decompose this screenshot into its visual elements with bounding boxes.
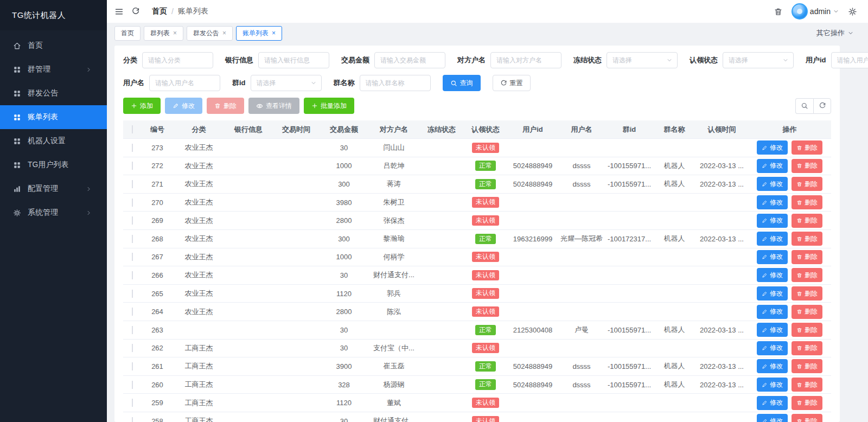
trash-icon xyxy=(796,200,802,206)
table-search-toggle-button[interactable] xyxy=(795,98,813,114)
trash-icon[interactable] xyxy=(774,7,783,16)
tab-2[interactable]: 群发公告× xyxy=(187,26,233,41)
search-button[interactable]: 查询 xyxy=(443,75,481,91)
row-checkbox[interactable] xyxy=(132,308,133,316)
row-edit-button[interactable]: 修改 xyxy=(757,250,788,264)
filter-input[interactable] xyxy=(831,52,868,68)
row-edit-button[interactable]: 修改 xyxy=(757,268,788,282)
row-delete-button[interactable]: 删除 xyxy=(792,250,822,264)
sidebar-item-7[interactable]: 系统管理 xyxy=(0,201,107,225)
filter-label: 群名称 xyxy=(334,78,355,88)
sidebar-item-5[interactable]: TG用户列表 xyxy=(0,153,107,177)
row-edit-button[interactable]: 修改 xyxy=(757,305,788,319)
filter-input[interactable] xyxy=(490,52,561,68)
breadcrumb-home[interactable]: 首页 xyxy=(152,7,167,16)
sidebar-item-3[interactable]: 账单列表 xyxy=(0,105,107,129)
settings-gear-icon[interactable] xyxy=(848,7,857,16)
more-actions-dropdown[interactable]: 其它操作 xyxy=(816,28,854,38)
filter-input[interactable] xyxy=(360,75,431,91)
tab-3[interactable]: 账单列表× xyxy=(236,26,282,41)
avatar[interactable] xyxy=(792,3,808,20)
row-edit-button[interactable]: 修改 xyxy=(757,232,788,246)
row-edit-button[interactable]: 修改 xyxy=(757,359,788,373)
row-delete-button[interactable]: 删除 xyxy=(792,359,822,373)
row-delete-button[interactable]: 删除 xyxy=(792,177,822,191)
chevron-down-icon xyxy=(310,80,317,86)
row-edit-button[interactable]: 修改 xyxy=(757,414,788,422)
row-checkbox[interactable] xyxy=(132,199,133,207)
row-edit-button[interactable]: 修改 xyxy=(757,341,788,355)
filter-input[interactable] xyxy=(149,75,220,91)
row-delete-button[interactable]: 删除 xyxy=(792,268,822,282)
select-all-checkbox[interactable] xyxy=(132,125,133,133)
row-delete-button[interactable]: 删除 xyxy=(792,140,822,155)
row-checkbox[interactable] xyxy=(132,326,133,334)
row-checkbox[interactable] xyxy=(132,180,133,188)
chevron-right-icon xyxy=(86,210,92,216)
add-button[interactable]: 添加 xyxy=(123,98,161,114)
close-icon[interactable]: × xyxy=(173,30,177,36)
pencil-icon xyxy=(762,345,768,351)
row-edit-button[interactable]: 修改 xyxy=(757,195,788,209)
row-checkbox[interactable] xyxy=(132,253,133,261)
filter-input[interactable] xyxy=(258,52,329,68)
sidebar-item-4[interactable]: 机器人设置 xyxy=(0,129,107,153)
row-delete-button[interactable]: 删除 xyxy=(792,232,822,246)
close-icon[interactable]: × xyxy=(222,30,226,36)
row-edit-button[interactable]: 修改 xyxy=(757,177,788,191)
row-delete-button[interactable]: 删除 xyxy=(792,305,822,319)
row-delete-button[interactable]: 删除 xyxy=(792,323,822,337)
view-detail-button[interactable]: 查看详情 xyxy=(248,98,299,114)
user-menu[interactable]: admin xyxy=(792,3,839,20)
row-edit-button[interactable]: 修改 xyxy=(757,323,788,337)
row-edit-button[interactable]: 修改 xyxy=(757,159,788,173)
row-edit-button[interactable]: 修改 xyxy=(757,378,788,392)
row-edit-button[interactable]: 修改 xyxy=(757,140,788,155)
row-checkbox[interactable] xyxy=(132,344,133,352)
close-icon[interactable]: × xyxy=(272,30,276,36)
row-delete-button[interactable]: 删除 xyxy=(792,378,822,392)
sidebar-item-1[interactable]: 群管理 xyxy=(0,57,107,81)
sidebar-item-0[interactable]: 首页 xyxy=(0,34,107,57)
sidebar-item-2[interactable]: 群发公告 xyxy=(0,81,107,105)
delete-button[interactable]: 删除 xyxy=(207,98,244,114)
refresh-page-button[interactable] xyxy=(131,7,140,16)
filter-input[interactable] xyxy=(142,52,213,68)
row-checkbox[interactable] xyxy=(132,362,133,370)
cell-amount: 3900 xyxy=(320,362,368,370)
row-checkbox[interactable] xyxy=(132,162,133,170)
row-checkbox[interactable] xyxy=(132,216,133,225)
batch-add-button[interactable]: 批量添加 xyxy=(304,98,354,114)
tab-1[interactable]: 群列表× xyxy=(144,26,183,41)
row-edit-button[interactable]: 修改 xyxy=(757,214,788,228)
filter-input[interactable] xyxy=(374,52,445,68)
edit-button[interactable]: 修改 xyxy=(165,98,202,114)
row-delete-button[interactable]: 删除 xyxy=(792,159,822,173)
row-edit-button[interactable]: 修改 xyxy=(757,286,788,300)
cell-amount: 30 xyxy=(320,417,368,422)
reset-button[interactable]: 重置 xyxy=(493,75,531,91)
row-delete-button[interactable]: 删除 xyxy=(792,414,822,422)
row-delete-button[interactable]: 删除 xyxy=(792,286,822,300)
row-delete-button[interactable]: 删除 xyxy=(792,341,822,355)
row-checkbox[interactable] xyxy=(132,399,133,407)
row-checkbox[interactable] xyxy=(132,144,133,152)
row-checkbox[interactable] xyxy=(132,235,133,243)
row-delete-button[interactable]: 删除 xyxy=(792,214,822,228)
table-refresh-button[interactable] xyxy=(813,98,831,114)
row-delete-button[interactable]: 删除 xyxy=(792,195,822,209)
row-checkbox[interactable] xyxy=(132,271,133,279)
pencil-icon xyxy=(762,163,768,169)
row-checkbox[interactable] xyxy=(132,381,133,389)
row-checkbox[interactable] xyxy=(132,417,133,422)
row-edit-button[interactable]: 修改 xyxy=(757,396,788,410)
row-delete-button[interactable]: 删除 xyxy=(792,396,822,410)
filter-select[interactable]: 请选择 xyxy=(251,75,322,91)
tab-0[interactable]: 首页 xyxy=(114,26,141,41)
filter-select[interactable]: 请选择 xyxy=(723,52,794,68)
sidebar-item-6[interactable]: 配置管理 xyxy=(0,177,107,201)
filter-select[interactable]: 请选择 xyxy=(607,52,678,68)
row-checkbox[interactable] xyxy=(132,290,133,298)
cell-user_id: 5024888949 xyxy=(508,162,558,170)
collapse-sidebar-button[interactable] xyxy=(114,7,124,16)
